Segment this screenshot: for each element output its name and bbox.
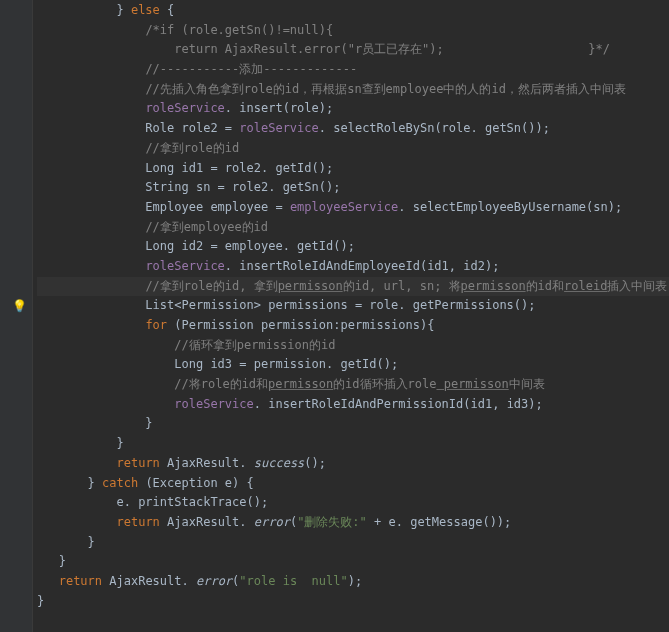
- code-line[interactable]: } else {: [37, 1, 669, 21]
- code-line[interactable]: String sn = role2. getSn();: [37, 178, 669, 198]
- code-token: (Permission permission:permissions){: [167, 318, 434, 332]
- code-line[interactable]: //先插入角色拿到role的id，再根据sn查到employee中的人的id，然…: [37, 80, 669, 100]
- code-line[interactable]: return AjaxResult. error("role is null")…: [37, 572, 669, 592]
- code-token: AjaxResult.: [102, 574, 196, 588]
- code-line[interactable]: Employee employee = employeeService. sel…: [37, 198, 669, 218]
- code-token: }: [37, 476, 102, 490]
- code-line[interactable]: return AjaxResult.error("r员工已存在"); }*/: [37, 40, 669, 60]
- code-token: }: [37, 3, 131, 17]
- code-line[interactable]: //拿到role的id, 拿到permisson的id, url, sn; 将p…: [37, 277, 669, 297]
- code-token: 中间表: [509, 377, 545, 391]
- code-token: Long id1 = role2. getId();: [37, 161, 333, 175]
- code-token: AjaxResult.: [160, 515, 254, 529]
- code-token: //将role的id和: [174, 377, 268, 391]
- code-token: employeeService: [290, 200, 398, 214]
- code-token: [37, 220, 145, 234]
- code-token: e. printStackTrace();: [37, 495, 268, 509]
- code-token: //循环拿到permission的id: [174, 338, 335, 352]
- code-token: [37, 515, 116, 529]
- code-token: [37, 397, 174, 411]
- code-token: //拿到role的id: [145, 141, 239, 155]
- code-token: [37, 279, 145, 293]
- code-line[interactable]: /*if (role.getSn()!=null){: [37, 21, 669, 41]
- code-token: for: [145, 318, 167, 332]
- code-line[interactable]: }: [37, 552, 669, 572]
- code-token: . selectRoleBySn(role. getSn());: [319, 121, 550, 135]
- code-token: //先插入角色拿到role的id，再根据sn查到employee中的人的id，然…: [145, 82, 626, 96]
- code-token: (Exception e) {: [138, 476, 254, 490]
- code-token: roleService: [239, 121, 318, 135]
- code-line[interactable]: //-----------添加-------------: [37, 60, 669, 80]
- code-token: + e. getMessage());: [367, 515, 512, 529]
- code-token: . insertRoleIdAndPermissionId(id1, id3);: [254, 397, 543, 411]
- code-token: [37, 101, 145, 115]
- code-token: Long id3 = permission. getId();: [37, 357, 398, 371]
- code-token: return AjaxResult.error("r员工已存在"); }*/: [174, 42, 610, 56]
- code-line[interactable]: //循环拿到permission的id: [37, 336, 669, 356]
- code-token: {: [160, 3, 174, 17]
- code-token: List<Permission> permissions = role. get…: [37, 298, 536, 312]
- code-token: return: [116, 456, 159, 470]
- code-line[interactable]: Long id3 = permission. getId();: [37, 355, 669, 375]
- code-token: [37, 141, 145, 155]
- code-token: [37, 259, 145, 273]
- code-token: [37, 338, 174, 352]
- code-token: AjaxResult.: [160, 456, 254, 470]
- code-token: permisson: [278, 279, 343, 293]
- code-token: 的id循环插入role: [333, 377, 436, 391]
- code-token: catch: [102, 476, 138, 490]
- intention-bulb-icon[interactable]: 💡: [12, 297, 27, 317]
- code-token: roleService: [145, 101, 224, 115]
- code-line[interactable]: roleService. insertRoleIdAndPermissionId…: [37, 395, 669, 415]
- gutter: 💡: [0, 0, 33, 632]
- code-token: . insert(role);: [225, 101, 333, 115]
- code-token: "删除失败:": [297, 515, 367, 529]
- code-token: String sn = role2. getSn();: [37, 180, 340, 194]
- code-line[interactable]: //将role的id和permisson的id循环插入role permisso…: [37, 375, 669, 395]
- code-token: /*if (role.getSn()!=null){: [145, 23, 333, 37]
- code-line[interactable]: List<Permission> permissions = role. get…: [37, 296, 669, 316]
- code-token: roleService: [145, 259, 224, 273]
- code-token: ();: [304, 456, 326, 470]
- code-token: [37, 318, 145, 332]
- code-line[interactable]: roleService. insertRoleIdAndEmployeeId(i…: [37, 257, 669, 277]
- code-token: 的id, url, sn; 将: [343, 279, 461, 293]
- code-token: 的id和: [526, 279, 564, 293]
- code-line[interactable]: //拿到role的id: [37, 139, 669, 159]
- code-token: }: [37, 554, 66, 568]
- code-token: );: [348, 574, 362, 588]
- code-line[interactable]: }: [37, 414, 669, 434]
- code-token: . selectEmployeeByUsername(sn);: [398, 200, 622, 214]
- code-line[interactable]: } catch (Exception e) {: [37, 474, 669, 494]
- code-token: success: [254, 456, 305, 470]
- code-token: roleService: [174, 397, 253, 411]
- code-token: "role is null": [239, 574, 347, 588]
- code-line[interactable]: roleService. insert(role);: [37, 99, 669, 119]
- code-line[interactable]: return AjaxResult. success();: [37, 454, 669, 474]
- code-line[interactable]: //拿到employee的id: [37, 218, 669, 238]
- code-token: }: [37, 416, 153, 430]
- code-token: error: [254, 515, 290, 529]
- code-token: [37, 82, 145, 96]
- code-token: //拿到employee的id: [145, 220, 268, 234]
- code-token: Long id2 = employee. getId();: [37, 239, 355, 253]
- code-token: return: [116, 515, 159, 529]
- code-line[interactable]: Long id1 = role2. getId();: [37, 159, 669, 179]
- code-token: permisson: [461, 279, 526, 293]
- code-editor[interactable]: 💡 } else { /*if (role.getSn()!=null){ re…: [0, 0, 669, 632]
- code-line[interactable]: Role role2 = roleService. selectRoleBySn…: [37, 119, 669, 139]
- code-token: //-----------添加-------------: [145, 62, 357, 76]
- code-line[interactable]: }: [37, 533, 669, 553]
- code-line[interactable]: return AjaxResult. error("删除失败:" + e. ge…: [37, 513, 669, 533]
- code-token: [37, 456, 116, 470]
- code-area[interactable]: } else { /*if (role.getSn()!=null){ retu…: [33, 0, 669, 632]
- code-line[interactable]: for (Permission permission:permissions){: [37, 316, 669, 336]
- code-token: [37, 574, 59, 588]
- code-line[interactable]: e. printStackTrace();: [37, 493, 669, 513]
- code-line[interactable]: }: [37, 434, 669, 454]
- code-token: //拿到role的id, 拿到: [145, 279, 277, 293]
- code-token: [37, 23, 145, 37]
- code-line[interactable]: Long id2 = employee. getId();: [37, 237, 669, 257]
- code-line[interactable]: }: [37, 592, 669, 612]
- code-token: return: [59, 574, 102, 588]
